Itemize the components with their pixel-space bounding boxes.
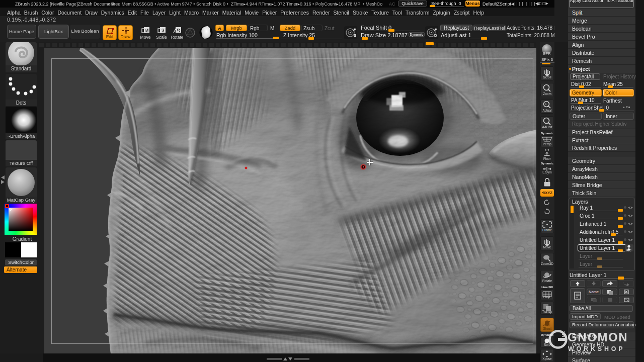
svg-text:PolyF: PolyF: [543, 295, 551, 299]
svg-text:BPR: BPR: [543, 52, 550, 55]
svg-text:Scroll: Scroll: [543, 75, 551, 79]
svg-text:Persp: Persp: [543, 142, 551, 146]
svg-text:Transp: Transp: [542, 310, 552, 314]
svg-text:S: S: [354, 33, 357, 38]
svg-text:Zoom: Zoom: [543, 92, 551, 96]
svg-text:Rotate: Rotate: [542, 279, 552, 283]
svg-text:GNOMON: GNOMON: [568, 330, 628, 344]
svg-text:Zoom3D: Zoom3D: [541, 262, 553, 265]
svg-text:Actual: Actual: [542, 109, 552, 112]
svg-text:Frame: Frame: [542, 228, 552, 232]
svg-text:Xpose: Xpose: [542, 357, 552, 361]
svg-text:REC: REC: [626, 249, 631, 252]
svg-text:AAHalf: AAHalf: [542, 125, 552, 129]
svg-text:Move: Move: [543, 245, 551, 249]
svg-text:D: D: [434, 33, 437, 38]
svg-text:THE: THE: [561, 331, 566, 341]
svg-text:WORKSHOP: WORKSHOP: [568, 345, 625, 352]
